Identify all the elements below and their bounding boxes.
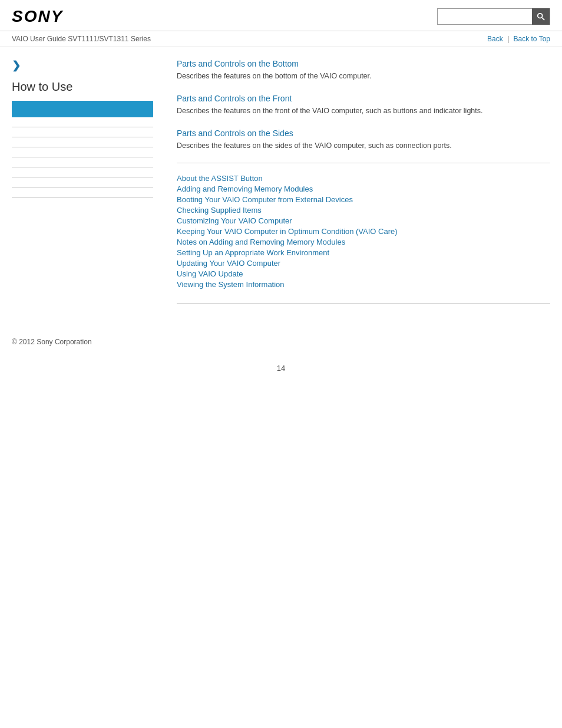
content-divider [177,163,550,163]
parts-sides-desc: Describes the features on the sides of t… [177,140,550,151]
nav-links: Back | Back to Top [487,35,550,43]
list-item: Keeping Your VAIO Computer in Optimum Co… [177,227,550,236]
copyright: © 2012 Sony Corporation [12,338,92,346]
list-item: Using VAIO Update [177,269,550,278]
link-booting-external[interactable]: Booting Your VAIO Computer from External… [177,195,353,204]
section-parts-bottom: Parts and Controls on the Bottom Describ… [177,59,550,82]
list-item: Booting Your VAIO Computer from External… [177,195,550,204]
list-item: Customizing Your VAIO Computer [177,216,550,225]
link-notes-memory[interactable]: Notes on Adding and Removing Memory Modu… [177,238,345,246]
content-bottom-divider [177,303,550,304]
sidebar-divider-3 [12,147,153,147]
section-parts-front: Parts and Controls on the Front Describe… [177,94,550,117]
sidebar-divider-1 [12,127,153,127]
nav-separator: | [507,35,509,43]
parts-front-link[interactable]: Parts and Controls on the Front [177,94,550,103]
sidebar-chevron-icon: ❯ [12,59,153,72]
sidebar-divider-4 [12,157,153,157]
sidebar-divider-5 [12,167,153,167]
link-checking-supplied[interactable]: Checking Supplied Items [177,206,262,215]
sidebar-divider-8 [12,197,153,197]
list-item: About the ASSIST Button [177,174,550,183]
parts-front-desc: Describes the features on the front of t… [177,106,550,117]
list-item: Adding and Removing Memory Modules [177,185,550,193]
link-vaio-update[interactable]: Using VAIO Update [177,269,243,278]
link-updating[interactable]: Updating Your VAIO Computer [177,259,280,268]
back-link[interactable]: Back [487,35,503,43]
list-item: Viewing the System Information [177,280,550,289]
sidebar: ❯ How to Use [12,59,165,314]
page-number: 14 [0,352,562,378]
search-button[interactable] [532,8,550,25]
list-item: Checking Supplied Items [177,206,550,215]
svg-point-0 [538,14,543,18]
list-item: Updating Your VAIO Computer [177,259,550,268]
link-assist-button[interactable]: About the ASSIST Button [177,174,263,183]
link-keeping-optimum[interactable]: Keeping Your VAIO Computer in Optimum Co… [177,227,398,236]
sidebar-highlight-bar [12,101,153,117]
sidebar-title: How to Use [12,80,153,94]
header: SONY [0,0,562,31]
link-viewing-system-info[interactable]: Viewing the System Information [177,280,285,289]
content-area: Parts and Controls on the Bottom Describ… [165,59,550,314]
list-item: Setting Up an Appropriate Work Environme… [177,248,550,257]
parts-bottom-link[interactable]: Parts and Controls on the Bottom [177,59,550,68]
link-adding-removing-memory[interactable]: Adding and Removing Memory Modules [177,185,313,193]
main-content: ❯ How to Use Parts and Controls on the B… [0,47,562,326]
search-icon [537,12,545,21]
back-to-top-link[interactable]: Back to Top [514,35,550,43]
nav-bar: VAIO User Guide SVT1111/SVT1311 Series B… [0,31,562,47]
sidebar-divider-7 [12,187,153,187]
search-input[interactable] [438,9,532,24]
svg-line-1 [542,18,544,20]
links-list: About the ASSIST Button Adding and Remov… [177,174,550,289]
sidebar-divider-6 [12,177,153,177]
sony-logo: SONY [12,7,63,26]
parts-bottom-desc: Describes the features on the bottom of … [177,71,550,82]
parts-sides-link[interactable]: Parts and Controls on the Sides [177,129,550,138]
sidebar-divider-2 [12,137,153,137]
link-setting-up-work[interactable]: Setting Up an Appropriate Work Environme… [177,248,329,257]
guide-title: VAIO User Guide SVT1111/SVT1311 Series [12,35,151,43]
list-item: Notes on Adding and Removing Memory Modu… [177,238,550,246]
section-parts-sides: Parts and Controls on the Sides Describe… [177,129,550,151]
search-box[interactable] [437,8,550,25]
footer: © 2012 Sony Corporation [0,326,562,352]
link-customizing[interactable]: Customizing Your VAIO Computer [177,216,292,225]
